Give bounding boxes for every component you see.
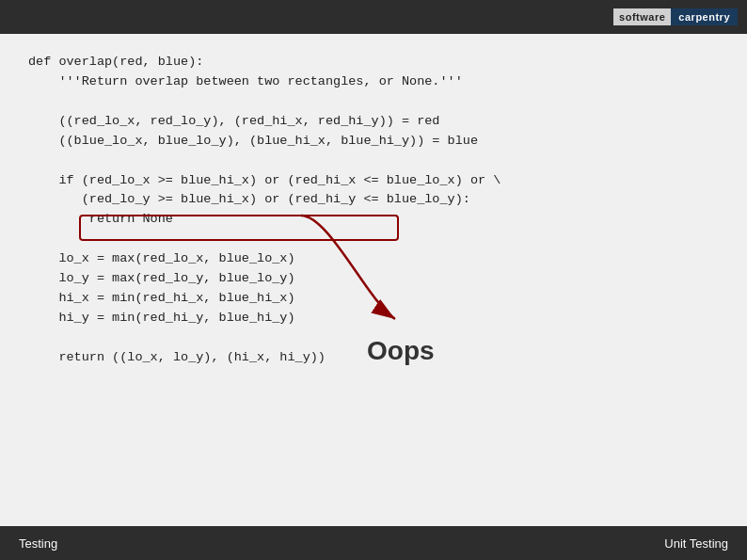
slide-header: software carpentry: [0, 0, 747, 34]
footer-left: Testing: [19, 536, 57, 551]
logo-software: software: [613, 8, 671, 25]
slide: software carpentry def overlap(red, blue…: [0, 0, 747, 560]
logo-area: software carpentry: [613, 8, 738, 25]
slide-footer: Testing Unit Testing: [0, 526, 747, 560]
oops-label: Oops: [367, 330, 435, 371]
logo-carpentry: carpentry: [671, 8, 738, 25]
code-block: def overlap(red, blue): '''Return overla…: [28, 53, 719, 517]
slide-content: def overlap(red, blue): '''Return overla…: [0, 34, 747, 526]
footer-right: Unit Testing: [664, 536, 728, 551]
